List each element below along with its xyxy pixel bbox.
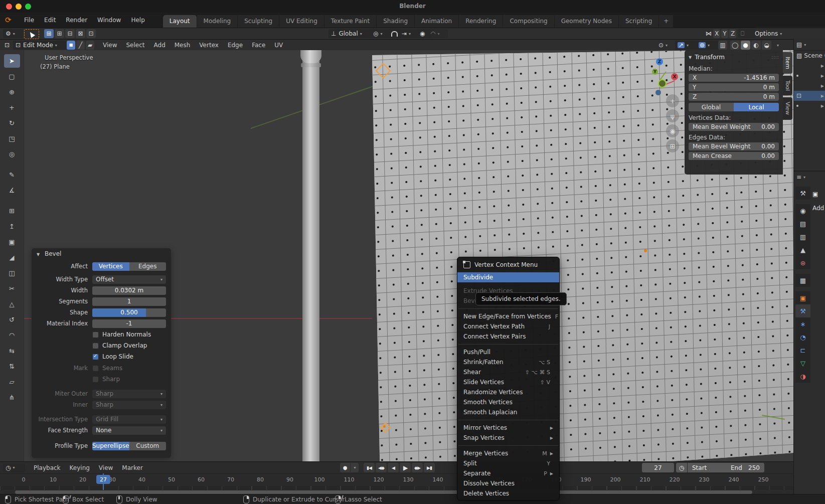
tool-smooth[interactable]: ◠	[4, 328, 20, 342]
camera-view-button[interactable]: ◉	[666, 124, 679, 137]
tool-measure[interactable]: ∡	[4, 184, 20, 197]
sidebar-tab[interactable]: View	[783, 97, 792, 119]
profile-superellipse-button[interactable]: Superellipse	[92, 442, 129, 450]
face-select-mode-button[interactable]: ▰	[86, 41, 94, 50]
pan-button[interactable]: ψ	[666, 109, 679, 122]
context-menu-item[interactable]: New Edge/Face from Vertices F	[457, 311, 559, 321]
mirror-z-button[interactable]: Z	[729, 29, 736, 38]
workspace-tab[interactable]: UV Editing	[279, 15, 324, 28]
sharp-checkbox[interactable]	[92, 376, 99, 383]
workspace-tab[interactable]: Texture Paint	[324, 15, 377, 28]
use-preview-range-button[interactable]: ◷	[676, 463, 687, 472]
timeline-menu[interactable]: Playback	[29, 462, 65, 473]
gizmo-y-axis[interactable]: Y	[652, 69, 658, 75]
next-keyframe-button[interactable]: ◆▶	[412, 463, 423, 472]
tool-bevel[interactable]: ◢	[4, 251, 20, 264]
median-field[interactable]: Y 0 m	[689, 83, 779, 91]
active-tool-indicator[interactable]	[24, 29, 39, 39]
profile-custom-button[interactable]: Custom	[129, 442, 166, 450]
workspace-tab[interactable]: Compositing	[503, 15, 554, 28]
workspace-tab[interactable]: Rendering	[459, 15, 503, 28]
harden-normals-checkbox[interactable]	[92, 331, 99, 338]
tool-shrink-fatten[interactable]: ⇅	[4, 360, 20, 373]
intersection-type-dropdown[interactable]: Grid Fill▾	[92, 415, 166, 424]
context-menu-item[interactable]: Slide Vertices ⇧ V	[457, 377, 559, 387]
local-button[interactable]: Local	[734, 103, 779, 111]
menu[interactable]: Help	[126, 15, 149, 26]
snap-to-dropdown[interactable]: ⇥▾	[399, 29, 419, 38]
outliner-row-selected[interactable]: ⊡▶	[794, 91, 825, 101]
properties-tab-scene[interactable]: ▲	[795, 243, 810, 256]
select-mode-invert-button[interactable]: ⊠	[76, 29, 85, 38]
shading-material-button[interactable]: ◐	[751, 41, 761, 50]
drag-handle[interactable]: ∷∷	[771, 55, 779, 60]
miter-outer-dropdown[interactable]: Sharp▾	[92, 390, 166, 398]
context-menu-item[interactable]: Smooth Laplacian	[457, 407, 559, 417]
tool-rotate[interactable]: ↻	[4, 116, 20, 130]
tool-select-box[interactable]: ▢	[4, 70, 20, 83]
context-menu-item[interactable]: Subdivide	[457, 272, 559, 282]
context-menu-item[interactable]: Mirror Vertices ▶	[457, 423, 559, 433]
bevel-panel-header[interactable]: ▼ Bevel	[37, 250, 166, 261]
current-frame-field[interactable]: 27	[642, 463, 674, 472]
gizmos-dropdown[interactable]: ↗▾	[675, 41, 699, 50]
properties-header[interactable]: ≡▾	[794, 172, 825, 183]
context-menu-item[interactable]: Dissolve Vertices	[457, 478, 559, 488]
viewport-menu[interactable]: View	[98, 41, 121, 50]
timeline-menu[interactable]: Keying	[65, 462, 94, 473]
material-index-field[interactable]: -1	[92, 319, 166, 328]
clamp-overlap-checkbox[interactable]	[92, 343, 99, 349]
median-field[interactable]: Z 0 m	[689, 93, 779, 101]
edge-select-mode-button[interactable]: ╱	[76, 41, 85, 50]
viewport-menu[interactable]: Vertex	[195, 41, 223, 50]
properties-tab-tool[interactable]: ⚒	[795, 187, 810, 200]
context-menu-item[interactable]: Shrink/Fatten ⌥ S	[457, 357, 559, 367]
menu[interactable]: Edit	[39, 15, 61, 26]
context-menu-item[interactable]: Separate P ▶	[457, 468, 559, 478]
properties-tab-world[interactable]: ⊛	[795, 256, 810, 269]
gizmo-x-axis[interactable]: X	[671, 73, 678, 80]
keying-set-dropdown[interactable]: ▾	[351, 463, 359, 472]
pole-object[interactable]	[302, 50, 319, 461]
workspace-tab[interactable]: Animation	[415, 15, 459, 28]
viewport-menu[interactable]: UV	[270, 41, 287, 50]
median-field[interactable]: X -1.4516 m	[689, 74, 779, 82]
viewport-menu[interactable]: Select	[121, 41, 149, 50]
sidebar-tab[interactable]: Tool	[783, 76, 792, 95]
jump-to-end-button[interactable]: ▶▮	[424, 463, 435, 472]
menu[interactable]: Render	[61, 15, 92, 26]
blender-logo-icon[interactable]: ⟳	[5, 16, 16, 24]
viewport-menu[interactable]: Add	[149, 41, 170, 50]
viewport-menu[interactable]: Mesh	[170, 41, 195, 50]
tool-poly-build[interactable]: △	[4, 297, 20, 311]
tool-transform[interactable]: ◎	[4, 147, 20, 161]
context-menu-item[interactable]	[458, 420, 558, 420]
prev-keyframe-button[interactable]: ◀◆	[376, 463, 387, 472]
shading-dropdown[interactable]: ▾	[772, 41, 785, 50]
mirror-y-button[interactable]: Y	[721, 29, 728, 38]
face-strength-dropdown[interactable]: None▾	[92, 426, 166, 435]
outliner-row[interactable]: ▶	[794, 71, 825, 81]
context-menu-item[interactable]: Randomize Vertices	[457, 387, 559, 397]
playhead-badge[interactable]: 27	[96, 475, 110, 484]
context-menu-item[interactable]: Push/Pull	[457, 347, 559, 357]
tool-spin[interactable]: ↺	[4, 313, 20, 326]
timeline-editor-type[interactable]: ◷▾	[3, 463, 25, 472]
context-menu-item[interactable]	[458, 445, 558, 446]
properties-tab-object[interactable]: ▣	[795, 291, 810, 304]
properties-tab-data[interactable]: ▽	[795, 357, 810, 370]
sidebar-tab[interactable]: Item	[783, 52, 792, 74]
timeline-scrollbar[interactable]	[15, 490, 752, 494]
shading-solid-button[interactable]: ●	[741, 41, 750, 50]
tool-rip-region[interactable]: ⋔	[4, 391, 20, 404]
context-menu-item[interactable]	[458, 344, 558, 345]
tool-tweak[interactable]: ➤	[4, 54, 20, 68]
workspace-tab[interactable]: Geometry Nodes	[555, 15, 619, 28]
frame-end-field[interactable]: End250	[726, 463, 764, 472]
gizmo-z-axis[interactable]: Z	[656, 58, 663, 65]
timeline-menu[interactable]: View	[94, 462, 117, 473]
context-menu-item[interactable]: Connect Vertex Path J	[457, 321, 559, 331]
tool-knife[interactable]: ✂	[4, 282, 20, 295]
workspace-tab[interactable]: Layout	[163, 15, 197, 28]
context-menu-item[interactable]: Smooth Vertices	[457, 397, 559, 407]
